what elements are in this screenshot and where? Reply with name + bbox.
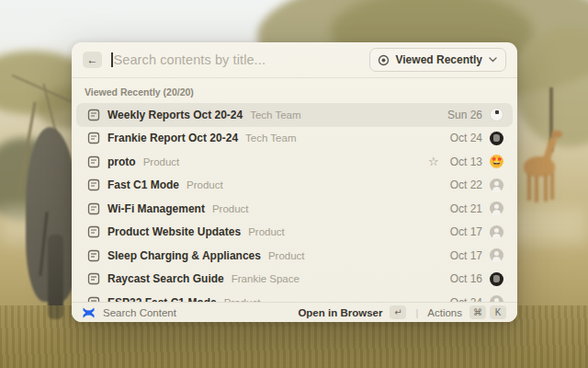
item-subtitle: Frankie Space <box>232 273 300 284</box>
item-date: Oct 17 <box>450 225 482 238</box>
back-arrow-icon: ← <box>87 53 98 66</box>
search-bar: ← Search contents by title... Viewed Rec… <box>72 42 517 78</box>
document-icon <box>87 178 100 191</box>
list-item[interactable]: Wi-Fi Management Product Oct 21 <box>76 197 513 221</box>
list-item[interactable]: Raycast Search Guide Frankie Space Oct 1… <box>76 268 513 292</box>
eye-icon <box>378 54 390 66</box>
section-header: Viewed Recently (20/20) <box>72 79 517 103</box>
avatar <box>490 248 503 262</box>
item-title: proto <box>107 155 136 168</box>
search-input[interactable]: Search contents by title... <box>111 52 360 67</box>
item-title: Weekly Reports Oct 20-24 <box>107 109 243 121</box>
item-date: Oct 17 <box>450 249 482 262</box>
document-icon <box>87 109 100 121</box>
chevron-down-icon <box>489 57 497 63</box>
giraffe-head <box>551 131 562 138</box>
search-placeholder: Search contents by title... <box>114 52 266 67</box>
giraffe-leg <box>535 175 538 202</box>
list-item[interactable]: Sleep Charging & Appliances Product Oct … <box>76 244 513 268</box>
giraffe-leg <box>527 173 531 201</box>
list-item[interactable]: Weekly Reports Oct 20-24 Tech Team Sun 2… <box>76 103 513 127</box>
enter-key-badge: ↵ <box>390 305 406 319</box>
list-item[interactable]: Frankie Report Oct 20-24 Tech Team Oct 2… <box>76 127 513 151</box>
document-icon <box>87 132 100 144</box>
avatar <box>490 108 503 121</box>
footer-bar: Search Content Open in Browser ↵ | Actio… <box>72 302 517 322</box>
item-date: Oct 21 <box>450 202 482 215</box>
avatar <box>490 295 503 302</box>
item-subtitle: Product <box>248 226 285 237</box>
item-date: Oct 24 <box>450 132 482 144</box>
giraffe-leg <box>544 174 548 201</box>
document-icon <box>87 155 100 168</box>
item-title: Fast C1 Mode <box>107 178 179 191</box>
filter-dropdown[interactable]: Viewed Recently <box>369 48 507 72</box>
avatar <box>490 132 503 145</box>
text-caret <box>111 52 113 67</box>
cmd-key-badge: ⌘ <box>469 305 486 319</box>
item-date: Oct 16 <box>450 272 482 285</box>
list-item[interactable]: Fast C1 Mode Product Oct 22 <box>76 174 513 198</box>
list-item[interactable]: Product Website Updates Product Oct 17 <box>76 221 513 245</box>
item-date: Sun 26 <box>447 109 482 121</box>
giraffe-leg <box>550 172 554 200</box>
k-key-badge: K <box>490 305 506 319</box>
item-title: Sleep Charging & Appliances <box>107 249 261 262</box>
item-subtitle: Product <box>268 250 305 261</box>
app-logo-icon <box>83 307 96 318</box>
open-in-browser-action[interactable]: Open in Browser <box>298 307 382 318</box>
item-subtitle: Product <box>143 156 180 167</box>
avatar: 🤩 <box>490 155 503 168</box>
item-title: Wi-Fi Management <box>107 202 205 215</box>
footer-separator: | <box>415 307 418 318</box>
filter-dropdown-label: Viewed Recently <box>396 53 483 66</box>
item-title: Frankie Report Oct 20-24 <box>107 132 238 144</box>
document-icon <box>87 202 100 215</box>
item-subtitle: Product <box>212 203 249 214</box>
item-subtitle: Tech Team <box>250 109 300 121</box>
avatar <box>490 201 503 215</box>
back-button[interactable]: ← <box>83 52 102 68</box>
document-icon <box>87 225 100 238</box>
item-title: Raycast Search Guide <box>107 272 224 285</box>
item-date: Oct 13 <box>450 155 482 168</box>
item-date: Oct 22 <box>450 178 482 191</box>
item-subtitle: Tech Team <box>245 132 296 144</box>
avatar <box>490 225 503 239</box>
item-subtitle: Product <box>187 179 223 190</box>
list-item[interactable]: ESP32 Fast C1 Mode Product Oct 24 <box>76 291 513 302</box>
results-list: Viewed Recently (20/20) Weekly Reports O… <box>72 79 517 302</box>
launcher-window: ← Search contents by title... Viewed Rec… <box>72 42 517 322</box>
document-icon <box>87 272 100 285</box>
avatar <box>490 272 503 286</box>
footer-command-label: Search Content <box>103 307 290 318</box>
actions-button[interactable]: Actions <box>427 307 462 318</box>
star-icon: ☆ <box>428 155 439 167</box>
document-icon <box>87 249 100 262</box>
item-title: Product Website Updates <box>107 225 241 238</box>
list-item[interactable]: proto Product ☆ Oct 13 🤩 <box>76 150 513 174</box>
avatar <box>490 178 503 192</box>
